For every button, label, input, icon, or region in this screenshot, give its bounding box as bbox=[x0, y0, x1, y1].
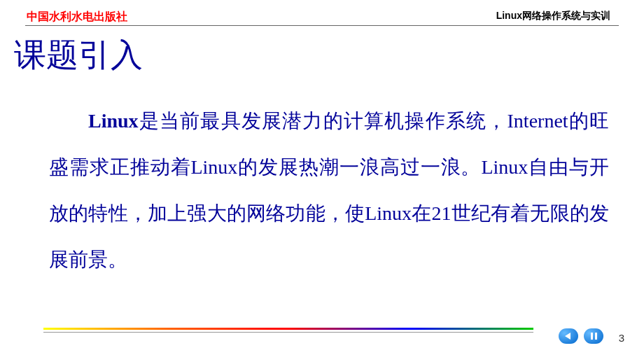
footer-divider bbox=[43, 332, 533, 333]
prev-button[interactable] bbox=[559, 328, 578, 344]
header-divider bbox=[25, 25, 619, 26]
publisher-label: 中国水利水电出版社 bbox=[27, 10, 127, 25]
page-number: 3 bbox=[619, 332, 624, 344]
book-title: Linux网络操作系统与实训 bbox=[496, 10, 610, 22]
slide-title: 课题引入 bbox=[14, 34, 143, 77]
nav-buttons-group bbox=[559, 328, 603, 344]
body-text-main: 是当前最具发展潜力的计算机操作系统，Internet的旺盛需求正推动着Linux… bbox=[49, 110, 609, 270]
footer-gradient-line bbox=[43, 328, 533, 330]
slide-body: Linux是当前最具发展潜力的计算机操作系统，Internet的旺盛需求正推动着… bbox=[49, 98, 609, 283]
pause-button[interactable] bbox=[584, 328, 603, 344]
body-emphasis: Linux bbox=[88, 110, 139, 132]
